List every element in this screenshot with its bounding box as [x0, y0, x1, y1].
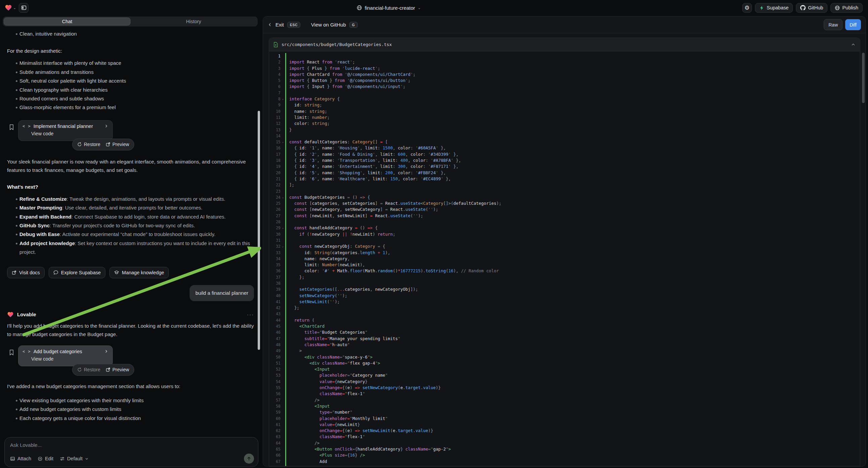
code-line: 60 placeholder="Monthly limit"	[269, 416, 860, 422]
code-line: 65 <Button onClick={handleAddCategory} c…	[269, 446, 860, 452]
code-line: 36 color: '#' + Math.floor(Math.random()…	[269, 268, 860, 274]
settings-button[interactable]: ⚙	[742, 3, 752, 13]
view-code-link[interactable]: View code	[23, 356, 108, 361]
code-line: 17 { id: '2', name: 'Food & Dining', lim…	[269, 151, 860, 157]
bookmark-icon[interactable]	[9, 124, 14, 130]
preview-button[interactable]: Preview	[106, 367, 129, 372]
manage-knowledge-button[interactable]: Manage knowledge	[110, 267, 169, 278]
code-line: 28	[269, 219, 860, 225]
lovable-logo-menu[interactable]: ⌄	[5, 4, 16, 11]
version-card-block: < > Add budget categories View code Rest…	[7, 346, 254, 378]
file-path-bar[interactable]: src/components/budget/BudgetCategories.t…	[269, 38, 860, 51]
edit-button[interactable]: Edit	[38, 456, 53, 461]
bookmark-icon[interactable]	[9, 350, 14, 355]
exit-button[interactable]: Exit	[276, 22, 284, 28]
g-kbd: G	[349, 22, 358, 28]
code-line: 20 { id: '5', name: 'Shopping', limit: 2…	[269, 170, 860, 176]
code-line: 64 />	[269, 440, 860, 446]
github-icon	[800, 5, 806, 10]
design-bullet-list: Minimalist interface with plenty of whit…	[7, 59, 254, 112]
code-line: 43	[269, 311, 860, 317]
list-item: Expand with Backend: Connect Supabase to…	[7, 212, 254, 221]
more-options-button[interactable]: ···	[247, 312, 254, 317]
code-line: 66 <Plus size={16} />	[269, 452, 860, 458]
list-item: Rounded corners and subtle shadows	[7, 94, 254, 103]
chat-message-list[interactable]: Clean, intuitive navigation For the desi…	[0, 28, 261, 436]
code-line: 14	[269, 133, 860, 139]
gear-icon: ⚙	[745, 5, 750, 11]
raw-toggle-button[interactable]: Raw	[824, 19, 842, 30]
code-line: 46 title="Budget Categories"	[269, 329, 860, 335]
sidebar-toggle-button[interactable]	[19, 3, 29, 13]
assistant-header: Lovable ···	[7, 311, 254, 318]
list-item: Clean, intuitive navigation	[7, 30, 254, 38]
code-line: 21 { id: '6', name: 'Healthcare', limit:…	[269, 176, 860, 182]
list-item: Each category gets a unique color for vi…	[7, 414, 254, 423]
chat-scrollbar[interactable]	[258, 111, 260, 350]
code-viewer-panel: Exit ESC View on GitHub G Raw Diff src/c…	[263, 16, 866, 467]
code-line: 40 setNewCategory('');	[269, 293, 860, 299]
assistant-name: Lovable	[17, 312, 244, 317]
chevron-right-icon	[104, 349, 108, 353]
code-editor[interactable]: 12import React from 'react';3import { Pl…	[269, 51, 860, 466]
view-on-github-button[interactable]: View on GitHub	[311, 22, 346, 28]
chevron-right-icon	[104, 124, 108, 128]
version-card-implement-financial-planner[interactable]: < > Implement financial planner View cod…	[18, 120, 113, 141]
code-line: 6import { Input } from '@/components/ui/…	[269, 84, 860, 90]
preview-button[interactable]: Preview	[106, 142, 129, 147]
code-line: 59 type="number"	[269, 409, 860, 415]
list-item: Glass-morphic elements for a premium fee…	[7, 103, 254, 112]
version-title: Add budget categories	[34, 349, 101, 354]
visit-docs-button[interactable]: Visit docs	[7, 267, 44, 278]
tab-history[interactable]: History	[130, 18, 257, 26]
version-actions: Restore Preview	[72, 364, 134, 376]
chat-input[interactable]	[10, 442, 253, 448]
list-item: View existing budget categories with the…	[7, 396, 254, 405]
diff-toggle-button[interactable]: Diff	[845, 19, 861, 30]
version-card-block: < > Implement financial planner View cod…	[7, 120, 254, 152]
restore-label: Restore	[84, 367, 100, 372]
code-line: 22];	[269, 182, 860, 188]
tab-chat[interactable]: Chat	[4, 18, 130, 26]
code-line: 44 return (	[269, 317, 860, 323]
view-code-link[interactable]: View code	[23, 131, 108, 136]
chevron-up-icon[interactable]	[851, 42, 856, 47]
code-line: 68 </Button>	[269, 465, 860, 466]
chevron-left-icon	[268, 23, 272, 27]
code-scrollbar[interactable]	[862, 53, 865, 103]
github-button[interactable]: GitHub	[796, 3, 828, 13]
code-line: 61 value={newLimit}	[269, 422, 860, 428]
github-label: GitHub	[808, 5, 823, 10]
explore-supabase-button[interactable]: Explore Supabase	[49, 267, 106, 278]
preview-label: Preview	[113, 367, 129, 372]
list-item: Refine & Customize: Tweak the design, an…	[7, 195, 254, 203]
code-line: 37 };	[269, 274, 860, 280]
supabase-label: Supabase	[767, 5, 788, 10]
restore-icon	[77, 367, 82, 372]
chat-history-tabs: Chat History	[3, 17, 258, 27]
publish-button[interactable]: Publish	[830, 3, 863, 13]
list-item: Minimalist interface with plenty of whit…	[7, 59, 254, 67]
code-line: 3import { Plus } from 'lucide-react';	[269, 65, 860, 71]
project-switcher[interactable]: financial-future-creator ⌄	[356, 0, 421, 16]
image-icon	[10, 456, 15, 461]
code-line: 54 value={newCategory}	[269, 379, 860, 385]
restore-button[interactable]: Restore	[77, 142, 100, 147]
code-icon: < >	[23, 349, 31, 354]
explore-supabase-label: Explore Supabase	[61, 270, 101, 275]
code-line: 2import React from 'react';	[269, 59, 860, 65]
whats-next-list: Refine & Customize: Tweak the design, an…	[7, 195, 254, 257]
composer: Attach Edit Default	[4, 437, 258, 467]
code-line: 9 id: string;	[269, 102, 860, 108]
code-viewer-header: Exit ESC View on GitHub G Raw Diff	[263, 17, 866, 33]
code-line: 34 name: newCategory,	[269, 256, 860, 262]
supabase-button[interactable]: Supabase	[755, 3, 793, 13]
send-button[interactable]	[244, 454, 254, 464]
attach-button[interactable]: Attach	[10, 456, 31, 461]
restore-button[interactable]: Restore	[77, 367, 100, 372]
mode-selector[interactable]: Default	[60, 456, 89, 461]
version-card-add-budget-categories[interactable]: < > Add budget categories View code Rest…	[18, 346, 113, 366]
assistant-paragraph: Your sleek financial planner is now read…	[7, 157, 254, 174]
design-heading: For the design aesthetic:	[7, 47, 254, 55]
sliders-icon	[60, 456, 65, 461]
